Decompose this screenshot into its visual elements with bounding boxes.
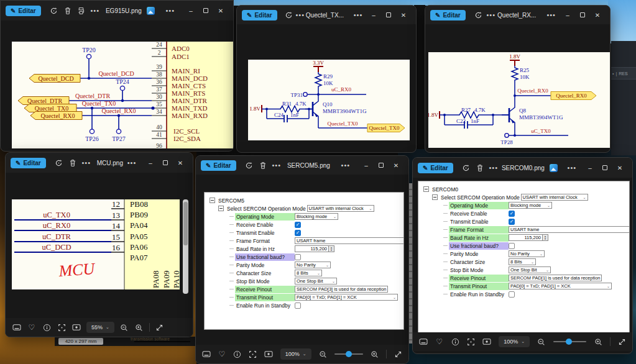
favorite-icon[interactable]: ♡	[435, 337, 443, 347]
favorite-icon[interactable]: ♡	[27, 322, 37, 332]
more-icon[interactable]: •••	[295, 8, 306, 22]
more-icon[interactable]: •••	[270, 158, 283, 172]
row-dropdown[interactable]: 8 Bits⌄	[295, 270, 322, 276]
more-icon[interactable]: •••	[545, 8, 558, 22]
delete-icon[interactable]	[66, 156, 80, 170]
canvas-icon[interactable]	[71, 322, 81, 332]
canvas-icon[interactable]	[482, 337, 491, 347]
row-checkbox[interactable]	[509, 243, 515, 249]
row-checkbox[interactable]: ✓	[509, 219, 515, 225]
more-icon[interactable]: •••	[125, 156, 139, 170]
more-icon[interactable]: •••	[339, 158, 353, 172]
minimize-button[interactable]: –	[359, 158, 374, 172]
spinner-buttons[interactable]: ▲▼	[542, 235, 548, 240]
row-checkbox[interactable]: ✓	[295, 222, 301, 228]
minimize-button[interactable]: –	[560, 8, 575, 22]
close-button[interactable]: ✕	[389, 158, 403, 172]
zoom-level-button[interactable]: 55%⌄	[86, 322, 114, 333]
row-dropdown[interactable]: No Parity⌄	[509, 250, 545, 257]
row-dropdown[interactable]: SERCOM PAD[1] is used for data reception…	[509, 275, 602, 281]
info-icon[interactable]	[42, 322, 52, 332]
collapse-icon[interactable]	[210, 198, 215, 203]
row-checkbox[interactable]	[295, 254, 301, 260]
zoom-slider[interactable]	[334, 350, 364, 358]
zoom-in-icon[interactable]	[371, 349, 379, 359]
row-dropdown[interactable]: One Stop Bit⌄	[509, 266, 551, 273]
row-dropdown[interactable]: Blocking mode⌄	[295, 213, 338, 220]
more-icon[interactable]: •••	[80, 156, 93, 170]
row-dropdown[interactable]: USART frame⌄	[509, 226, 630, 233]
maximize-button[interactable]	[158, 156, 173, 170]
info-icon[interactable]	[233, 349, 241, 359]
row-checkbox[interactable]	[509, 291, 515, 298]
rotate-icon[interactable]	[472, 8, 485, 22]
close-button[interactable]: ✕	[612, 161, 627, 175]
more-icon[interactable]: •••	[487, 161, 500, 175]
collapse-icon[interactable]	[423, 186, 429, 192]
thumbnail-strip-icon[interactable]	[202, 349, 211, 359]
row-dropdown[interactable]: PAD[0] = TxD; PAD[1] = XCK⌄	[509, 283, 612, 289]
print-icon[interactable]	[75, 4, 88, 17]
maximize-button[interactable]	[381, 8, 396, 22]
operation-mode-dropdown[interactable]: USART with internal Clock⌄	[307, 205, 374, 212]
rotate-icon[interactable]	[459, 161, 473, 175]
minimize-button[interactable]: –	[366, 8, 381, 22]
close-button[interactable]: ✕	[396, 8, 411, 22]
rotate-icon[interactable]	[47, 4, 61, 17]
spinner-buttons[interactable]: ▲▼	[328, 246, 334, 252]
thumbnail-strip-icon[interactable]	[419, 337, 428, 347]
fit-screen-icon[interactable]	[467, 337, 475, 347]
expand-icon[interactable]	[155, 322, 165, 332]
delete-icon[interactable]	[61, 4, 75, 17]
close-button[interactable]: ✕	[213, 4, 228, 17]
zoom-level-button[interactable]: 100%⌄	[499, 336, 530, 347]
fit-screen-icon[interactable]	[249, 349, 257, 359]
more-icon[interactable]: •••	[353, 8, 364, 22]
row-checkbox[interactable]	[295, 303, 301, 309]
expand-icon[interactable]	[394, 349, 402, 359]
edit-button[interactable]: ✎Editar	[430, 10, 466, 20]
zoom-out-icon[interactable]	[537, 337, 545, 347]
delete-icon[interactable]	[473, 161, 487, 175]
collapse-icon[interactable]	[432, 194, 438, 200]
zoom-out-icon[interactable]	[319, 349, 327, 359]
row-checkbox[interactable]: ✓	[509, 211, 515, 217]
more-icon[interactable]: •••	[164, 4, 177, 17]
zoom-out-icon[interactable]	[119, 322, 129, 332]
thumbnail-strip-icon[interactable]	[12, 322, 22, 332]
zoom-in-icon[interactable]	[594, 337, 602, 347]
delete-icon[interactable]	[256, 158, 270, 172]
minimize-button[interactable]: –	[583, 161, 597, 175]
zoom-level-button[interactable]: 100%⌄	[280, 348, 311, 360]
edit-button[interactable]: ✎Editar	[6, 6, 41, 16]
edit-button[interactable]: ✎Editar	[11, 158, 46, 168]
edit-button[interactable]: ✎Editar	[418, 163, 453, 173]
fit-screen-icon[interactable]	[57, 322, 67, 332]
more-icon[interactable]: •••	[88, 4, 102, 17]
row-dropdown[interactable]: No Parity⌄	[295, 262, 331, 268]
operation-mode-dropdown[interactable]: USART with internal Clock⌄	[521, 194, 588, 201]
more-icon[interactable]: •••	[484, 8, 497, 22]
vertical-scrollbar[interactable]	[183, 199, 188, 294]
info-icon[interactable]	[451, 337, 459, 347]
minimize-button[interactable]: –	[183, 4, 198, 17]
row-dropdown[interactable]: 8 Bits⌄	[509, 258, 536, 265]
collapse-icon[interactable]	[218, 206, 224, 211]
expand-icon[interactable]	[618, 337, 626, 347]
edit-button[interactable]: ✎Editar	[242, 10, 277, 20]
row-dropdown[interactable]: One Stop Bit⌄	[295, 278, 337, 284]
zoom-in-icon[interactable]	[134, 322, 144, 332]
close-button[interactable]: ✕	[590, 8, 605, 22]
row-dropdown[interactable]: USART frame⌄	[295, 237, 404, 244]
rotate-icon[interactable]	[283, 8, 295, 22]
row-spinner[interactable]: 115,200▲▼	[295, 245, 334, 252]
row-checkbox[interactable]: ✓	[295, 230, 301, 236]
more-icon[interactable]: •••	[565, 161, 579, 175]
row-spinner[interactable]: 115,200▲▼	[509, 234, 548, 241]
close-button[interactable]: ✕	[173, 156, 188, 170]
maximize-button[interactable]	[374, 158, 389, 172]
canvas-icon[interactable]	[264, 349, 273, 359]
row-dropdown[interactable]: Blocking mode⌄	[509, 202, 552, 209]
row-dropdown[interactable]: SERCOM PAD[3] is used for data reception…	[295, 286, 388, 293]
favorite-icon[interactable]: ♡	[218, 349, 226, 359]
